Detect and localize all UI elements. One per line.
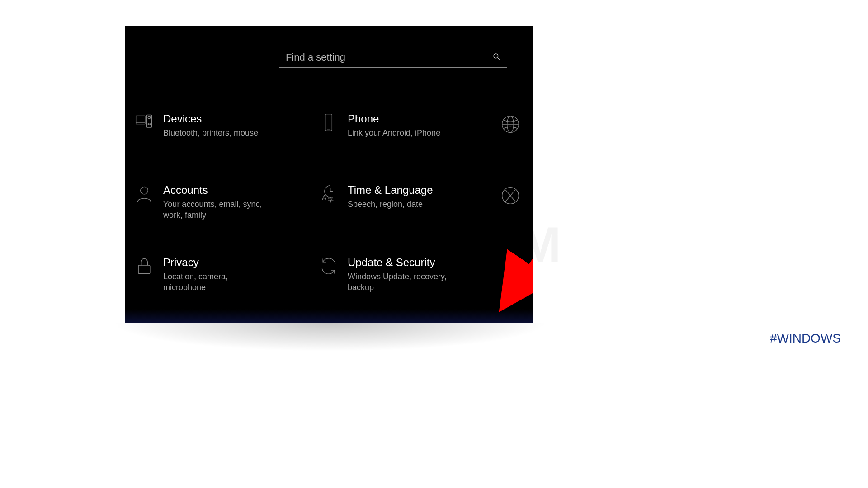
xbox-icon xyxy=(500,186,520,206)
svg-point-13 xyxy=(141,187,148,194)
tile-title: Devices xyxy=(163,113,258,126)
search-input[interactable] xyxy=(286,52,492,63)
tile-title: Accounts xyxy=(163,184,267,197)
settings-tile-network[interactable] xyxy=(500,114,520,134)
person-icon xyxy=(134,184,154,204)
tile-title: Update & Security xyxy=(348,256,452,269)
svg-rect-2 xyxy=(136,116,145,124)
svg-rect-8 xyxy=(326,114,332,131)
tile-title: Phone xyxy=(348,113,440,126)
svg-rect-4 xyxy=(147,115,152,128)
tile-desc: Location, camera, microphone xyxy=(163,271,267,293)
devices-icon xyxy=(134,113,154,132)
hashtag-label: #WINDOWS xyxy=(770,331,841,346)
svg-line-21 xyxy=(524,185,533,275)
tile-desc: Your accounts, email, sync, work, family xyxy=(163,199,267,221)
bottom-glow xyxy=(125,309,533,323)
globe-icon xyxy=(500,114,520,134)
settings-tile-time-language[interactable]: A 字 Time & Language Speech, region, date xyxy=(319,184,433,210)
lock-icon xyxy=(134,256,154,276)
svg-point-7 xyxy=(150,124,151,125)
tile-desc: Bluetooth, printers, mouse xyxy=(163,127,258,138)
window-shadow xyxy=(72,323,588,363)
settings-tile-gaming[interactable] xyxy=(500,186,520,206)
settings-tile-phone[interactable]: Phone Link your Android, iPhone xyxy=(319,113,440,138)
svg-line-1 xyxy=(498,58,500,60)
search-icon xyxy=(492,52,500,62)
settings-window: Devices Bluetooth, printers, mouse Phone… xyxy=(125,26,533,323)
svg-text:字: 字 xyxy=(328,197,334,203)
tile-title: Privacy xyxy=(163,256,267,269)
tile-desc: Speech, region, date xyxy=(348,199,433,210)
settings-tile-update-security[interactable]: Update & Security Windows Update, recove… xyxy=(319,256,452,293)
tile-title: Time & Language xyxy=(348,184,433,197)
tile-desc: Windows Update, recovery, backup xyxy=(348,271,452,293)
settings-tile-accounts[interactable]: Accounts Your accounts, email, sync, wor… xyxy=(134,184,267,221)
svg-point-0 xyxy=(494,54,498,58)
settings-tile-devices[interactable]: Devices Bluetooth, printers, mouse xyxy=(134,113,258,138)
phone-icon xyxy=(319,113,339,132)
tile-desc: Link your Android, iPhone xyxy=(348,127,440,138)
search-container[interactable] xyxy=(279,47,507,68)
svg-point-6 xyxy=(148,124,149,125)
svg-rect-19 xyxy=(138,265,150,273)
svg-point-5 xyxy=(148,116,151,119)
sync-icon xyxy=(319,256,339,276)
svg-text:A: A xyxy=(322,194,326,201)
time-language-icon: A 字 xyxy=(319,184,339,204)
settings-tile-privacy[interactable]: Privacy Location, camera, microphone xyxy=(134,256,267,293)
